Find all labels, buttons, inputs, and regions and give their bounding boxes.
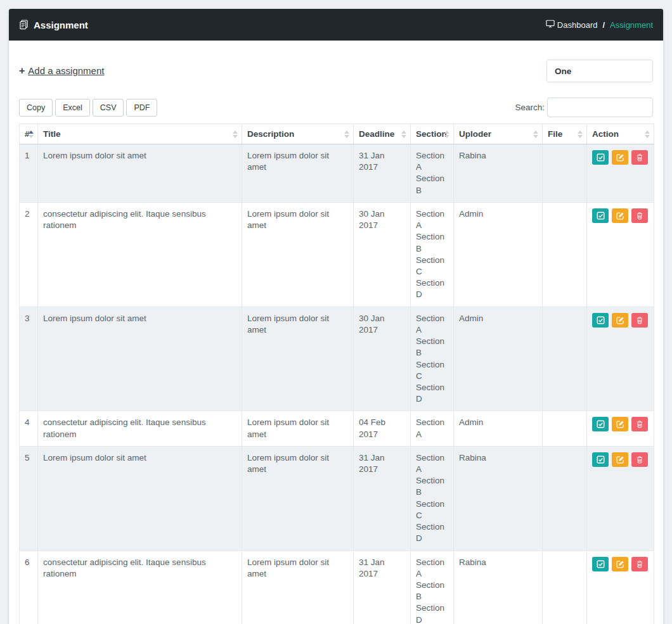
breadcrumb-current[interactable]: Assignment	[610, 20, 653, 30]
section-line: Section A	[416, 452, 448, 475]
section-line: Section C	[416, 359, 448, 382]
assignment-description: Lorem ipsum dolor sit amet	[242, 446, 354, 551]
edit-icon	[616, 455, 624, 464]
assignment-file-cell	[543, 446, 587, 551]
row-number: 3	[20, 307, 38, 411]
row-number: 5	[20, 446, 38, 551]
column-header-file[interactable]: File	[543, 124, 587, 144]
column-label-uploader: Uploder	[459, 129, 491, 139]
assignment-description: Lorem ipsum dolor sit amet	[242, 307, 354, 411]
view-assignment-button[interactable]	[592, 208, 609, 223]
desktop-icon	[546, 20, 555, 30]
view-assignment-button[interactable]	[592, 150, 609, 165]
edit-assignment-button[interactable]	[612, 313, 628, 328]
assignment-file-cell	[543, 551, 587, 624]
column-header-section[interactable]: Section	[411, 124, 454, 144]
assignment-description: Lorem ipsum dolor sit amet	[242, 202, 354, 307]
actions-cell	[587, 411, 654, 446]
table-row: 1Lorem ipsum dolor sit ametLorem ipsum d…	[20, 144, 654, 203]
assignment-file-cell	[543, 307, 587, 411]
assignment-deadline: 04 Feb 2017	[354, 411, 411, 446]
trash-icon	[636, 316, 643, 324]
check-square-icon	[597, 560, 605, 568]
trash-icon	[636, 420, 643, 428]
column-header-action[interactable]: Action	[587, 124, 654, 144]
trash-icon	[636, 153, 643, 162]
edit-assignment-button[interactable]	[612, 452, 628, 467]
table-row: 3Lorem ipsum dolor sit ametLorem ipsum d…	[20, 307, 654, 411]
breadcrumb: Dashboard / Assignment	[546, 20, 653, 30]
section-line: Section A	[416, 313, 448, 336]
delete-assignment-button[interactable]	[631, 150, 648, 165]
section-line: Section C	[416, 255, 448, 277]
view-assignment-button[interactable]	[592, 417, 609, 431]
sort-icon	[401, 131, 406, 138]
view-assignment-button[interactable]	[592, 452, 609, 467]
column-label-file: File	[548, 129, 562, 139]
edit-icon	[616, 212, 624, 220]
edit-assignment-button[interactable]	[612, 557, 628, 571]
trash-icon	[636, 560, 643, 568]
actions-cell	[587, 144, 654, 203]
export-excel-button[interactable]: Excel	[55, 99, 90, 117]
section-line: Section D	[416, 382, 448, 405]
edit-assignment-button[interactable]	[612, 208, 628, 223]
export-pdf-button[interactable]: PDF	[126, 99, 157, 117]
check-square-icon	[597, 153, 605, 162]
assignment-sections: Section ASection BSection D	[411, 551, 454, 624]
row-number: 4	[20, 411, 38, 446]
column-header-title[interactable]: Title	[38, 124, 242, 144]
sort-icon	[29, 131, 34, 138]
column-header-deadline[interactable]: Deadline	[354, 124, 411, 144]
section-line: Section A	[416, 417, 448, 440]
delete-assignment-button[interactable]	[631, 313, 648, 328]
search-input[interactable]	[547, 98, 653, 117]
edit-icon	[616, 560, 624, 568]
row-number: 6	[20, 551, 38, 624]
trash-icon	[636, 455, 643, 464]
column-header-description[interactable]: Description	[242, 124, 354, 144]
column-header-number[interactable]: #	[20, 124, 38, 144]
edit-assignment-button[interactable]	[612, 150, 628, 165]
delete-assignment-button[interactable]	[631, 208, 648, 223]
delete-assignment-button[interactable]	[631, 557, 648, 571]
column-label-action: Action	[592, 129, 619, 139]
delete-assignment-button[interactable]	[631, 417, 648, 431]
view-assignment-button[interactable]	[592, 313, 609, 328]
view-assignment-button[interactable]	[592, 557, 609, 571]
assignment-uploader: Rabina	[454, 144, 543, 203]
assignments-table: #TitleDescriptionDeadlineSectionUploderF…	[19, 124, 654, 624]
actions-cell	[587, 307, 654, 411]
section-line: Section D	[416, 277, 448, 300]
export-csv-button[interactable]: CSV	[93, 99, 124, 117]
assignment-sections: Section ASection BSection CSection D	[411, 307, 454, 411]
export-copy-button[interactable]: Copy	[19, 99, 53, 117]
column-header-uploader[interactable]: Uploder	[454, 124, 543, 144]
breadcrumb-dashboard-link[interactable]: Dashboard	[546, 20, 598, 30]
assignment-panel: Assignment Dashboard / Assignment +Add a…	[9, 9, 663, 624]
edit-icon	[616, 420, 624, 428]
section-line: Section B	[416, 173, 448, 196]
section-line: Section B	[416, 231, 448, 254]
course-filter-select[interactable]: One	[546, 60, 653, 82]
sort-icon	[578, 131, 583, 138]
panel-body: +Add a assignment One CopyExcelCSVPDF Se…	[9, 41, 663, 624]
assignment-deadline: 30 Jan 2017	[354, 202, 411, 307]
sort-icon	[444, 131, 449, 138]
edit-assignment-button[interactable]	[612, 417, 628, 431]
section-line: Section B	[416, 336, 448, 359]
delete-assignment-button[interactable]	[631, 452, 648, 467]
assignment-file-cell	[543, 411, 587, 446]
sort-icon	[645, 131, 650, 138]
export-button-group: CopyExcelCSVPDF	[19, 99, 157, 117]
check-square-icon	[597, 420, 605, 428]
column-label-section: Section	[416, 129, 447, 139]
assignment-title: Lorem ipsum dolor sit amet	[38, 307, 242, 411]
assignment-uploader: Admin	[454, 202, 543, 307]
table-toolbar: CopyExcelCSVPDF Search:	[19, 98, 653, 117]
row-number: 1	[20, 144, 38, 203]
assignment-uploader: Admin	[454, 411, 543, 446]
assignment-title: Lorem ipsum dolor sit amet	[38, 446, 242, 551]
add-assignment-link[interactable]: +Add a assignment	[19, 65, 104, 77]
actions-cell	[587, 202, 654, 307]
